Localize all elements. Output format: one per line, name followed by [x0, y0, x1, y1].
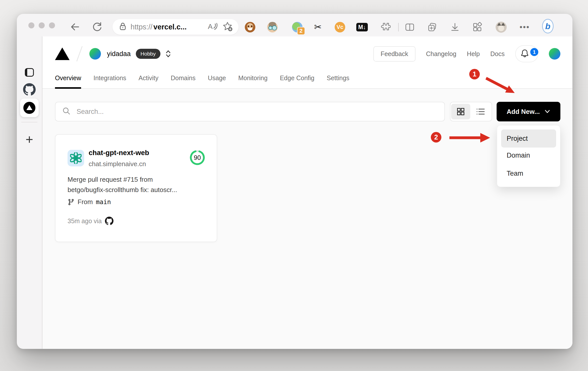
tab-overview[interactable]: Overview — [55, 74, 81, 89]
commit-message: Merge pull request #715 from betgo/bugfi… — [68, 174, 208, 195]
project-favicon — [68, 150, 84, 166]
vercel-header: yidadaa Hobby Feedback Changelog Help Do… — [42, 36, 572, 89]
extension-vc-icon[interactable]: Vc — [334, 21, 346, 33]
view-toggle — [450, 102, 492, 121]
new-tab-icon[interactable]: + — [17, 134, 42, 145]
dashboard-tabs: Overview Integrations Activity Domains U… — [55, 74, 349, 89]
annotation-step-2: 2 — [431, 132, 441, 143]
extension-tampermonkey-icon[interactable] — [244, 21, 256, 33]
toolbar-divider — [398, 23, 399, 31]
minimize-window-button[interactable] — [39, 22, 45, 28]
extension-badge: 2 — [297, 27, 305, 35]
tab-domains[interactable]: Domains — [171, 74, 196, 89]
notification-count-badge: 1 — [530, 48, 538, 56]
browser-window: https:// vercel.c... A 2 ✂ Vc M↓ — [17, 14, 572, 349]
vercel-logo[interactable] — [55, 48, 70, 60]
read-aloud-icon[interactable]: A — [207, 21, 218, 32]
url-host: vercel.c... — [153, 23, 187, 31]
menu-item-project[interactable]: Project — [501, 129, 556, 148]
reload-icon[interactable] — [92, 21, 103, 33]
zoom-window-button[interactable] — [49, 22, 55, 28]
profile-avatar[interactable] — [495, 21, 507, 33]
git-branch-icon — [68, 199, 75, 206]
openai-logo-icon — [70, 152, 82, 164]
annotation-step-1: 1 — [469, 69, 480, 79]
menu-item-domain[interactable]: Domain — [507, 152, 530, 159]
deployment-meta: 35m ago via — [68, 217, 113, 225]
plan-badge: Hobby — [136, 49, 161, 59]
project-domain[interactable]: chat.simplenaive.cn — [89, 160, 146, 168]
edge-sidebar: + — [17, 36, 42, 349]
extensions-puzzle-icon[interactable] — [379, 21, 391, 33]
tab-activity[interactable]: Activity — [139, 74, 158, 89]
add-new-menu: Project Domain Team — [497, 125, 560, 187]
dashboard-content: Add New... Project Domain Team — [42, 89, 572, 349]
toggle-sidebar-icon[interactable] — [17, 67, 42, 78]
vercel-tab-active[interactable] — [20, 99, 39, 117]
search-icon — [62, 107, 71, 117]
breadcrumb-slash — [76, 46, 83, 61]
vercel-tab-icon — [23, 102, 35, 114]
project-card[interactable]: chat-gpt-next-web chat.simplenaive.cn 90… — [55, 134, 217, 242]
split-screen-icon[interactable] — [404, 21, 416, 33]
add-new-label: Add New... — [507, 108, 540, 116]
add-new-button[interactable]: Add New... — [497, 102, 560, 121]
apps-icon[interactable] — [472, 21, 483, 33]
chevron-down-icon — [544, 109, 550, 114]
project-name[interactable]: chat-gpt-next-web — [89, 149, 149, 157]
score-value: 90 — [189, 149, 206, 166]
help-link[interactable]: Help — [467, 50, 480, 58]
github-tab-icon[interactable] — [17, 83, 42, 96]
extension-scissors-icon[interactable]: ✂ — [312, 21, 324, 33]
address-bar[interactable]: https:// vercel.c... A — [112, 19, 239, 35]
grid-view-icon — [456, 107, 465, 116]
branch-label: From — [78, 198, 93, 206]
tab-monitoring[interactable]: Monitoring — [238, 74, 268, 89]
team-switcher-icon[interactable] — [164, 49, 172, 58]
list-view-icon — [476, 107, 485, 116]
svg-text:A: A — [208, 23, 213, 30]
url-scheme: https:// — [131, 23, 152, 31]
branch-row: From main — [68, 198, 111, 206]
more-menu-icon[interactable]: ••• — [519, 21, 531, 33]
tab-edge-config[interactable]: Edge Config — [280, 74, 315, 89]
lighthouse-score[interactable]: 90 — [189, 149, 206, 166]
project-search[interactable] — [55, 102, 445, 121]
bell-icon — [519, 48, 530, 60]
back-icon[interactable] — [69, 21, 81, 33]
lock-icon — [119, 22, 127, 32]
changelog-link[interactable]: Changelog — [426, 50, 456, 58]
branch-name: main — [96, 198, 111, 206]
add-favorite-icon[interactable] — [222, 21, 233, 33]
docs-link[interactable]: Docs — [490, 50, 505, 58]
team-avatar[interactable] — [89, 48, 101, 60]
close-window-button[interactable] — [28, 22, 34, 28]
tab-usage[interactable]: Usage — [208, 74, 226, 89]
extension-tab-manager-icon[interactable]: 2 — [291, 21, 303, 33]
team-name[interactable]: yidadaa — [107, 50, 131, 58]
extension-markdown-icon[interactable]: M↓ — [356, 21, 368, 33]
downloads-icon[interactable] — [449, 21, 461, 33]
tab-settings[interactable]: Settings — [327, 74, 349, 89]
vercel-dashboard-page: yidadaa Hobby Feedback Changelog Help Do… — [42, 36, 572, 349]
sidebar-divider — [21, 122, 37, 122]
extension-avatar-icon[interactable] — [267, 21, 278, 33]
bing-chat-icon[interactable]: b — [542, 20, 554, 32]
list-view-button[interactable] — [471, 104, 490, 119]
search-input[interactable] — [76, 108, 444, 116]
grid-view-button[interactable] — [451, 104, 470, 119]
user-avatar[interactable] — [549, 48, 560, 60]
github-icon — [105, 217, 113, 225]
feedback-button[interactable]: Feedback — [373, 46, 416, 62]
tab-integrations[interactable]: Integrations — [93, 74, 126, 89]
menu-item-team[interactable]: Team — [507, 170, 523, 177]
collections-icon[interactable] — [427, 21, 438, 33]
notifications-button[interactable]: 1 — [515, 45, 538, 62]
